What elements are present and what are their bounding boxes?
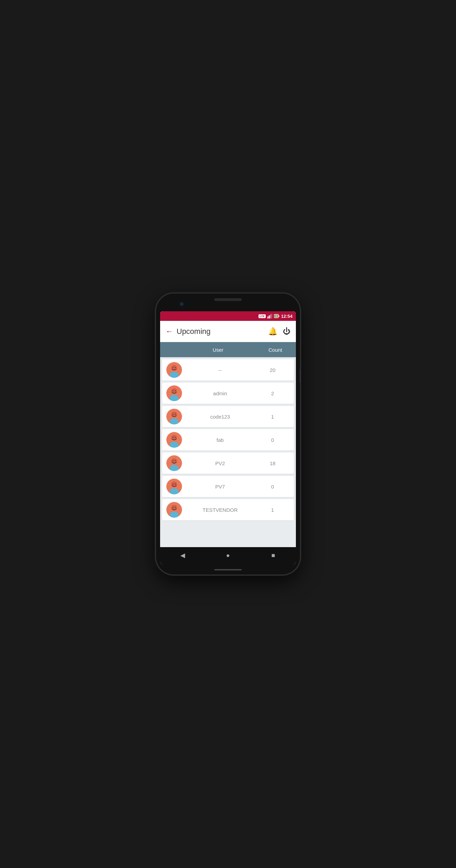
table-header: User Count	[160, 342, 296, 357]
count-cell: 0	[255, 484, 290, 490]
battery-icon: ⚡	[274, 314, 279, 318]
svg-rect-31	[175, 437, 176, 438]
lte-badge: LTE	[259, 314, 266, 318]
signal-icon	[267, 314, 272, 318]
nav-home-button[interactable]: ●	[221, 548, 235, 562]
count-cell: 1	[255, 414, 290, 420]
app-bar-icons: 🔔 ⏻	[268, 327, 290, 336]
nav-recent-button[interactable]: ■	[266, 548, 280, 562]
svg-rect-19	[175, 390, 176, 391]
column-header-count: Count	[255, 347, 296, 353]
count-cell: 1	[255, 507, 290, 513]
count-cell: 0	[255, 437, 290, 443]
svg-rect-12	[172, 367, 173, 368]
username-cell: PV7	[185, 484, 255, 490]
avatar	[166, 455, 182, 471]
app-bar: ← Upcoming 🔔 ⏻	[160, 321, 296, 342]
username-cell: code123	[185, 414, 255, 420]
svg-rect-43	[175, 484, 176, 484]
svg-rect-36	[172, 460, 173, 461]
svg-text:⚡: ⚡	[276, 315, 279, 318]
count-cell: 2	[255, 390, 290, 396]
svg-rect-48	[172, 507, 173, 508]
avatar	[166, 502, 182, 518]
nav-back-button[interactable]: ◀	[176, 548, 190, 562]
phone-camera	[179, 302, 184, 306]
svg-rect-13	[175, 367, 176, 368]
table-row[interactable]: code123 1	[162, 406, 294, 427]
status-bar: LTE ⚡ 12:54	[160, 311, 296, 321]
avatar	[166, 409, 182, 424]
phone-frame: LTE ⚡ 12:54 ← Upcoming	[156, 293, 300, 575]
table-body: -- 20 admin 2	[160, 357, 296, 547]
username-cell: fab	[185, 437, 255, 443]
svg-rect-0	[267, 316, 268, 318]
phone-speaker	[214, 298, 242, 301]
table-row[interactable]: fab 0	[162, 429, 294, 450]
svg-rect-49	[175, 507, 176, 508]
svg-rect-30	[172, 437, 173, 438]
table-row[interactable]: admin 2	[162, 383, 294, 404]
table-row[interactable]: -- 20	[162, 359, 294, 381]
svg-rect-18	[172, 390, 173, 391]
avatar	[166, 432, 182, 448]
count-cell: 18	[255, 460, 290, 466]
notification-bell-icon[interactable]: 🔔	[268, 327, 277, 336]
table-row[interactable]: PV2 18	[162, 453, 294, 474]
time-display: 12:54	[281, 314, 292, 319]
table-row[interactable]: PV7 0	[162, 476, 294, 497]
svg-rect-42	[172, 484, 173, 484]
nav-bar: ◀ ● ■	[160, 547, 296, 564]
side-button	[300, 369, 300, 383]
svg-rect-1	[269, 315, 270, 318]
count-cell: 20	[255, 367, 290, 373]
svg-rect-3	[272, 314, 272, 318]
table-row[interactable]: TESTVENDOR 1	[162, 499, 294, 520]
svg-rect-24	[172, 414, 173, 414]
page-title: Upcoming	[177, 327, 268, 336]
power-icon[interactable]: ⏻	[283, 327, 290, 336]
svg-rect-2	[270, 314, 271, 318]
username-cell: --	[185, 367, 255, 373]
avatar	[166, 385, 182, 401]
avatar	[166, 479, 182, 494]
username-cell: PV2	[185, 460, 255, 466]
svg-rect-25	[175, 414, 176, 414]
back-button[interactable]: ←	[166, 327, 173, 336]
column-header-user: User	[181, 347, 255, 353]
status-bar-right: LTE ⚡ 12:54	[259, 314, 292, 319]
username-cell: TESTVENDOR	[185, 507, 255, 513]
svg-rect-37	[175, 460, 176, 461]
avatar	[166, 362, 182, 378]
phone-screen: LTE ⚡ 12:54 ← Upcoming	[160, 311, 296, 564]
username-cell: admin	[185, 390, 255, 396]
gesture-bar	[214, 569, 242, 570]
